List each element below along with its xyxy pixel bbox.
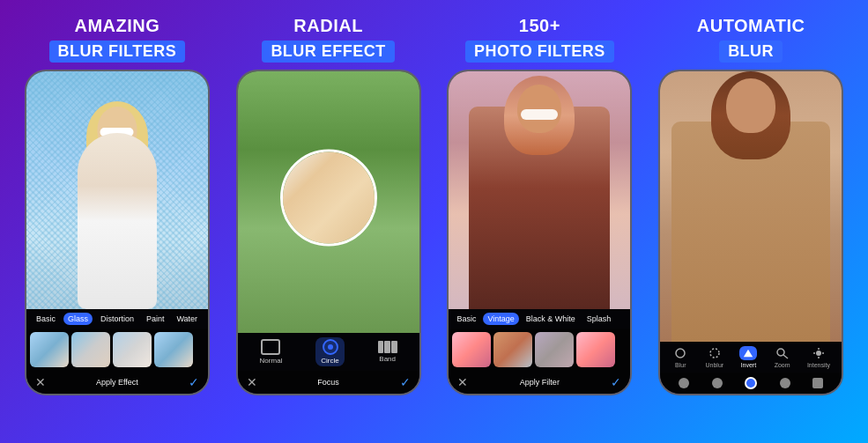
tool-zoom[interactable]: Zoom	[774, 346, 791, 368]
apply-effect-button[interactable]: Apply Effect	[96, 378, 138, 387]
tab-distortion[interactable]: Distortion	[96, 313, 138, 325]
cancel-icon-1[interactable]: ✕	[35, 375, 46, 389]
invert-tool-label: Invert	[741, 362, 757, 368]
tab-glass[interactable]: Glass	[63, 313, 93, 325]
intensity-tool-label: Intensity	[807, 362, 830, 368]
zoom-tool-label: Zoom	[775, 362, 790, 368]
panel3-title-line2: PHOTO FILTERS	[465, 41, 614, 63]
panel3-title-line1: 150+	[519, 16, 560, 35]
focus-label-bottom: Focus	[317, 378, 339, 387]
confirm-icon-3[interactable]: ✓	[611, 375, 621, 389]
panel3-photo	[449, 71, 630, 309]
tab-basic-1[interactable]: Basic	[32, 313, 60, 325]
tab-bw[interactable]: Black & White	[522, 313, 580, 325]
panel1-photo	[26, 71, 208, 309]
unblur-tool-icon	[706, 346, 723, 360]
bottom-bar-1: ✕ Apply Effect ✓	[26, 371, 208, 394]
panel4-title-line1: AUTOMATIC	[697, 16, 805, 35]
invert-tool-icon	[739, 346, 757, 360]
blur-circle	[280, 149, 377, 246]
normal-icon	[261, 339, 280, 355]
confirm-icon-1[interactable]: ✓	[189, 375, 199, 389]
bottom-bar-2: ✕ Focus ✓	[238, 371, 419, 394]
circle-label: Circle	[321, 357, 338, 365]
tab-splash[interactable]: Splash	[582, 313, 616, 325]
svg-point-0	[676, 349, 685, 358]
focus-band[interactable]: Band	[378, 341, 397, 363]
svg-point-1	[710, 349, 719, 358]
focus-normal[interactable]: Normal	[260, 339, 283, 365]
panel2-title-line1: RADIAL	[293, 16, 363, 35]
focus-tab-bar: Normal Circle Band	[238, 333, 419, 371]
bottom-bar-3: ✕ Apply Filter ✓	[449, 371, 630, 394]
tab-vintage[interactable]: Vintage	[483, 313, 518, 325]
panel-photo-filters: 150+ PHOTO FILTERS Basic Vintage Black &…	[439, 16, 642, 395]
thumb-1c[interactable]	[113, 332, 152, 367]
color-dot-1[interactable]	[679, 378, 689, 388]
panel2-photo	[238, 71, 419, 333]
panel-radial-blur: RADIAL BLUR EFFECT Normal Circle	[227, 16, 430, 395]
filter-tab-bar-1: Basic Glass Distortion Paint Water	[26, 309, 208, 329]
tab-paint[interactable]: Paint	[142, 313, 169, 325]
color-dot-3[interactable]	[780, 378, 790, 388]
panel2-title-line2: BLUR EFFECT	[262, 41, 395, 63]
tool-intensity[interactable]: Intensity	[807, 346, 830, 368]
color-dot-4[interactable]	[812, 378, 823, 388]
tab-water[interactable]: Water	[172, 313, 202, 325]
woman3-glasses	[521, 109, 558, 120]
tool-unblur[interactable]: Unblur	[706, 346, 724, 368]
phone-frame-1: Basic Glass Distortion Paint Water ✕ App…	[25, 70, 210, 395]
tool-invert[interactable]: Invert	[739, 346, 757, 368]
thumbnail-strip-3	[449, 329, 630, 371]
thumb-3c[interactable]	[535, 332, 574, 367]
color-dot-bar	[660, 373, 842, 394]
thumb-3b[interactable]	[493, 332, 532, 367]
filter-tab-bar-3: Basic Vintage Black & White Splash	[449, 309, 630, 329]
intensity-tool-icon	[810, 346, 827, 360]
focus-circle[interactable]: Circle	[315, 337, 344, 366]
panel-auto-blur: AUTOMATIC BLUR Blur Unblur	[649, 16, 852, 395]
panel1-title-line2: BLUR FILTERS	[49, 41, 186, 63]
woman-body-1	[78, 133, 157, 309]
blur-tool-label: Blur	[675, 362, 686, 368]
tool-blur[interactable]: Blur	[671, 346, 689, 368]
blur-tool-icon	[671, 346, 689, 360]
auto-tool-bar: Blur Unblur Invert	[660, 342, 842, 373]
thumb-3d[interactable]	[576, 332, 615, 367]
thumbnail-strip-1	[26, 329, 208, 371]
confirm-icon-2[interactable]: ✓	[400, 375, 411, 389]
thumb-1d[interactable]	[154, 332, 193, 367]
woman-figure-1	[60, 98, 174, 309]
panel-blur-filters: AMAZING BLUR FILTERS Basic Glass Distort…	[16, 16, 219, 395]
color-dot-active[interactable]	[745, 377, 757, 389]
phone-frame-2: Normal Circle Band	[236, 70, 421, 395]
circle-icon	[323, 339, 338, 355]
svg-line-3	[783, 355, 788, 358]
thumb-1a[interactable]	[30, 332, 69, 367]
panel1-title-line1: AMAZING	[74, 16, 160, 35]
cancel-icon-3[interactable]: ✕	[457, 375, 468, 389]
thumb-3a[interactable]	[452, 332, 491, 367]
svg-point-2	[777, 349, 784, 356]
tab-basic-3[interactable]: Basic	[452, 313, 480, 325]
unblur-tool-label: Unblur	[706, 362, 724, 368]
woman4-head	[726, 78, 775, 133]
panel4-photo	[660, 71, 842, 342]
panel4-title-line2: BLUR	[719, 41, 783, 63]
phone-frame-3: Basic Vintage Black & White Splash ✕ App…	[447, 70, 632, 395]
normal-label: Normal	[260, 357, 283, 365]
circle-inner-photo	[283, 151, 375, 243]
woman3-head	[517, 85, 561, 133]
color-dot-2[interactable]	[712, 378, 723, 388]
svg-point-4	[816, 351, 821, 356]
thumb-1b[interactable]	[71, 332, 110, 367]
band-label: Band	[379, 355, 396, 363]
phone-frame-4: Blur Unblur Invert	[658, 70, 843, 395]
cancel-icon-2[interactable]: ✕	[247, 375, 257, 389]
band-icon	[378, 341, 397, 353]
apply-filter-button[interactable]: Apply Filter	[520, 378, 560, 387]
main-container: AMAZING BLUR FILTERS Basic Glass Distort…	[0, 0, 868, 443]
zoom-tool-icon	[774, 346, 791, 360]
